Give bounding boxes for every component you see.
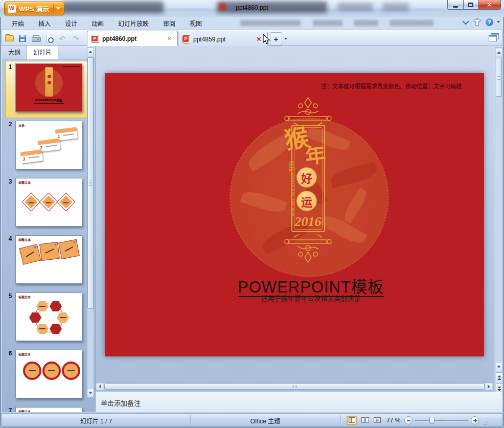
menu-item[interactable]: 设计 xyxy=(59,17,83,29)
slide-canvas[interactable]: 注：文本框可根据需求改变颜色、移动位置；文字可编辑 xyxy=(105,73,484,356)
zoom-slider-thumb[interactable] xyxy=(429,417,434,424)
slide-thumbnail[interactable]: 目录 1 2 3 xyxy=(15,121,82,169)
print-icon xyxy=(32,35,40,42)
print-preview-icon xyxy=(46,35,52,42)
previous-slide-button[interactable] xyxy=(496,372,502,382)
menu-item[interactable]: 审阅 xyxy=(157,17,181,29)
collapse-toolbar-icon[interactable] xyxy=(463,18,469,25)
title-bar: ppt4860.ppt W WPS 演示 ✕ xyxy=(0,0,504,17)
app-window: ppt4860.ppt W WPS 演示 ✕ 开始插入设计动画幻灯片放映审阅视图… xyxy=(0,0,504,428)
menu-item[interactable]: 幻灯片放映 xyxy=(112,17,154,29)
main-horizontal-scrollbar[interactable] xyxy=(96,382,494,391)
chevron-down-icon xyxy=(56,7,60,10)
minimize-button[interactable] xyxy=(447,0,463,10)
banner-year-2016: 2016 xyxy=(284,214,332,230)
divider xyxy=(340,415,341,425)
open-file-button[interactable] xyxy=(4,33,14,43)
menu-bar: 开始插入设计动画幻灯片放映审阅视图 ? xyxy=(0,17,504,30)
document-tab-active[interactable]: ppt4860.ppt ✕ xyxy=(87,31,178,46)
slide-thumbnail[interactable]: 标题文本 xyxy=(15,407,82,412)
thumbnail-number: 2 xyxy=(6,121,14,128)
mini-slide-title: 标题文本 xyxy=(18,295,31,299)
slide-counter: 幻灯片 1 / 7 xyxy=(2,416,190,425)
thumbnail-list: 1 POWERPOINT模板 2 目录 1 2 3 3 标题文本 4 标题文本 … xyxy=(2,59,96,412)
scrollbar-thumb[interactable] xyxy=(104,384,485,390)
scroll-up-button[interactable] xyxy=(87,48,94,56)
banner-circle-luck2: 运 xyxy=(296,191,317,211)
zoom-percentage: 77 % xyxy=(386,417,400,424)
print-preview-button[interactable] xyxy=(44,33,54,43)
slide-sorter-button[interactable] xyxy=(359,416,370,425)
menu-item[interactable]: 动画 xyxy=(86,17,109,29)
zoom-out-button[interactable] xyxy=(404,416,413,424)
banner-char-year: 年 xyxy=(304,145,327,168)
close-tab-icon[interactable]: ✕ xyxy=(166,34,173,43)
slide-thumbnail[interactable]: 标题文本 xyxy=(15,235,82,284)
menu-item[interactable]: 视图 xyxy=(184,17,208,29)
help-icon[interactable]: ? xyxy=(486,18,493,26)
notes-area[interactable]: 单击添加备注 xyxy=(96,392,502,412)
open-folder-icon xyxy=(5,35,14,41)
undo-button[interactable]: ↶ xyxy=(57,33,67,43)
tab-outline[interactable]: 大纲 xyxy=(2,46,27,59)
new-tab-button[interactable]: + xyxy=(270,32,282,46)
chevron-down-icon[interactable] xyxy=(497,21,500,23)
scroll-down-button[interactable] xyxy=(496,363,502,371)
mini-slide-title: 标题文本 xyxy=(18,180,31,185)
scroll-up-button[interactable] xyxy=(496,49,502,56)
mini-subtitle-line xyxy=(34,103,64,104)
menu-item[interactable]: 开始 xyxy=(6,17,30,29)
scrollbar-thumb[interactable] xyxy=(496,58,502,97)
slide-note-textbox[interactable]: 注：文本框可根据需求改变颜色、移动位置；文字可编辑 xyxy=(321,82,462,90)
banner-circle-luck1: 好 xyxy=(296,167,317,188)
document-tab-bar: ppt4860.ppt ✕ ppt4859.ppt ✕ + xyxy=(87,30,289,46)
slide-thumbnail[interactable]: 标题文本 xyxy=(15,178,82,227)
scroll-right-button[interactable] xyxy=(486,384,492,390)
print-button[interactable] xyxy=(31,33,41,43)
document-tab-inactive[interactable]: ppt4859.ppt ✕ xyxy=(178,32,268,46)
resize-grip[interactable] xyxy=(483,417,488,423)
slideshow-button[interactable] xyxy=(372,416,382,425)
redo-icon: ↷ xyxy=(73,35,79,42)
redo-button[interactable]: ↷ xyxy=(71,33,81,43)
minimize-icon xyxy=(453,6,458,8)
panel-scrollbar[interactable] xyxy=(87,47,94,398)
scroll-down-button[interactable] xyxy=(87,389,94,397)
tab-list-dropdown[interactable] xyxy=(282,32,289,46)
quick-access-toolbar: ↶ ↷ xyxy=(4,32,93,44)
background-window-blur xyxy=(354,20,378,26)
main-vertical-scrollbar[interactable] xyxy=(495,47,503,395)
wps-app-button[interactable]: W WPS 演示 xyxy=(4,2,64,15)
slide-subtitle-textbox[interactable]: 适用于猴年新年公及相关类别演示 xyxy=(105,293,484,303)
slide-thumbnail[interactable]: 标题文本 xyxy=(15,350,82,398)
thumbnail-number: 5 xyxy=(6,292,14,300)
maximize-icon xyxy=(468,3,473,7)
skin-shirt-icon[interactable] xyxy=(472,18,482,26)
undo-icon: ↶ xyxy=(59,35,66,42)
slide-thumbnail[interactable]: 标题文本 xyxy=(15,292,82,341)
zoom-in-button[interactable] xyxy=(471,416,479,424)
document-tab-label: ppt4860.ppt xyxy=(102,35,166,42)
save-button[interactable] xyxy=(17,33,28,43)
menu-items: 开始插入设计动画幻灯片放映审阅视图 xyxy=(0,17,208,29)
normal-view-icon xyxy=(349,417,355,423)
zoom-slider[interactable] xyxy=(415,416,468,424)
panel-tabs: 大纲 幻灯片 ✕ xyxy=(2,46,96,59)
close-tab-icon[interactable]: ✕ xyxy=(255,34,263,44)
window-title: ppt4860.ppt xyxy=(0,4,504,11)
scroll-left-button[interactable] xyxy=(97,384,103,390)
tab-slides[interactable]: 幻灯片 xyxy=(27,46,58,59)
slide-workspace[interactable]: 注：文本框可根据需求改变颜色、移动位置；文字可编辑 xyxy=(96,46,494,382)
normal-view-button[interactable] xyxy=(347,416,357,425)
close-button[interactable]: ✕ xyxy=(478,0,501,10)
status-bar: 幻灯片 1 / 7 Office 主题 77 % xyxy=(2,413,502,426)
ppt-file-icon xyxy=(182,35,190,43)
mini-slide-title: 标题文本 xyxy=(18,409,31,412)
scrollbar-thumb[interactable] xyxy=(87,57,94,309)
thumbnail-number: 3 xyxy=(6,178,14,185)
maximize-button[interactable] xyxy=(463,0,478,10)
arrange-windows-icon[interactable] xyxy=(489,33,499,41)
menu-item[interactable]: 插入 xyxy=(33,17,56,29)
toolbar: ↶ ↷ ppt4860.ppt ✕ ppt4859.ppt ✕ + xyxy=(2,30,502,46)
slide-thumbnail[interactable]: POWERPOINT模板 xyxy=(15,63,82,112)
